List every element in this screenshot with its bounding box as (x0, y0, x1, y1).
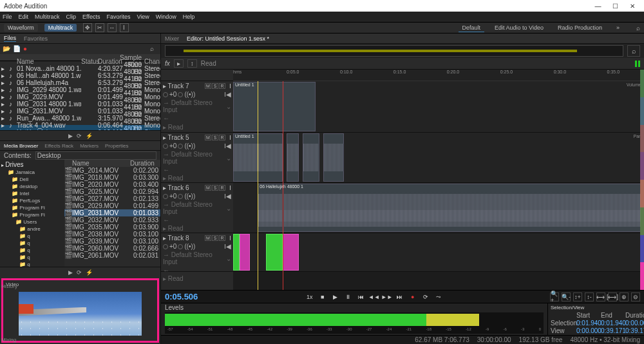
track-color-chip[interactable] (640, 125, 644, 153)
sel-value[interactable]: 0:39.171 (625, 327, 644, 334)
go-start-button[interactable]: ⏮ (357, 292, 366, 301)
mini-play-icon[interactable]: ▶ (68, 133, 73, 139)
multitrack-mode-button[interactable]: Multitrack (44, 24, 77, 32)
tree-folder[interactable]: desktop (6, 183, 63, 190)
zoom-out-time-icon[interactable]: 🔍- (562, 292, 571, 301)
rewind-button[interactable]: ◄◄ (370, 292, 379, 301)
audio-clip[interactable]: 06 Hallelujah 48000 1 (258, 184, 644, 232)
audio-clip[interactable] (287, 133, 299, 182)
pan-knob[interactable] (178, 194, 183, 199)
workspace-default[interactable]: Default (459, 24, 485, 32)
msr-button[interactable]: M (205, 135, 211, 140)
tab-media-browser[interactable]: Media Browser (4, 143, 38, 149)
tree-folder[interactable]: PerfLogs (6, 197, 63, 204)
col-duration[interactable]: Duration (98, 58, 120, 65)
track-header[interactable]: ▸ Track 6MSRⅠ+0((•))Ⅰ◀→ Default Stereo I… (161, 183, 233, 233)
mb-play-icon[interactable]: ▶ (68, 269, 73, 276)
media-browser-tree[interactable]: ▸ Drives JamaicaDelldesktopIntelPerfLogs… (0, 160, 64, 267)
track-lane[interactable]: Untitled 1Pan (233, 133, 644, 183)
media-list-row[interactable]: 🎬IMG_2035.MOV0:03.900 (64, 224, 160, 231)
msr-button[interactable]: R (219, 235, 225, 241)
mini-loop-icon[interactable]: ⟳ (77, 133, 82, 139)
zoom-out-amp-icon[interactable]: ↕- (585, 292, 594, 301)
menu-effects[interactable]: Effects (82, 14, 100, 20)
tree-folder[interactable]: Users (6, 218, 63, 225)
selection-view-label[interactable]: Selection/View (551, 305, 641, 311)
menu-file[interactable]: File (3, 14, 12, 20)
tree-folder[interactable]: q (6, 254, 63, 261)
workspace-edit-audio[interactable]: Edit Audio to Video (491, 24, 547, 32)
media-list-row[interactable]: 🎬IMG_2014.MOV0:02.200 (64, 167, 160, 174)
mb-auto-icon[interactable]: ⚡ (86, 269, 93, 276)
time-ruler[interactable]: hms0:05.00:10.00:15.00:20.00:25.00:30.00… (233, 70, 644, 81)
track-input-icon[interactable]: Ⅰ (229, 134, 231, 141)
menu-window[interactable]: Window (156, 14, 176, 20)
tree-folder[interactable]: q (6, 261, 63, 267)
menu-multitrack[interactable]: Multitrack (35, 14, 60, 20)
loop-button[interactable]: ⟳ (421, 292, 430, 301)
tab-editor[interactable]: Editor: Untitled Session 1.sesx * (187, 35, 269, 42)
msr-button[interactable]: R (219, 83, 225, 89)
col-name[interactable]: Name (17, 58, 81, 65)
maximize-button[interactable]: ☐ (607, 3, 623, 10)
playhead-marker[interactable] (283, 81, 283, 290)
mb-col-name[interactable]: Name (72, 160, 130, 167)
track-header[interactable]: ▸ Track 8MSRⅠ+0((•))Ⅰ◀→ Default Stereo I… (161, 233, 233, 272)
fx-toggle[interactable]: fx (165, 60, 170, 67)
media-list-row[interactable]: 🎬IMG_2032.MOV0:02.933 (64, 216, 160, 224)
tree-folder[interactable]: Program Fi (6, 211, 63, 218)
tab-properties[interactable]: Properties (105, 143, 128, 149)
go-end-button[interactable]: ⏭ (395, 292, 404, 301)
zoom-in-time-icon[interactable]: 🔍+ (550, 292, 559, 301)
track-color-chip[interactable] (640, 180, 644, 207)
volume-knob[interactable] (163, 92, 168, 97)
time-select-tool-icon[interactable]: Ⅰ (120, 23, 129, 32)
audio-clip[interactable] (240, 234, 250, 271)
search-icon[interactable]: ⌕ (636, 24, 640, 32)
workspace-more[interactable]: » (612, 24, 623, 32)
media-list-row[interactable]: 🎬IMG_2018.MOV0:03.300 (64, 174, 160, 181)
tree-folder[interactable]: Dell (6, 176, 63, 183)
tree-folder[interactable]: Jamaica (6, 169, 63, 176)
navigator-zoom-icon[interactable]: ⌕ (627, 45, 640, 57)
msr-button[interactable]: R (219, 135, 225, 140)
media-list-row[interactable]: 🎬IMG_2039.MOV0:03.100 (64, 238, 160, 245)
tree-folder[interactable]: q (6, 247, 63, 254)
history-panel-label[interactable]: History (1, 283, 17, 289)
media-list-row[interactable]: 🎬IMG_2031.MOV0:01.033 (64, 209, 160, 216)
tree-folder[interactable]: q (6, 233, 63, 240)
col-channels[interactable]: Channels (144, 58, 160, 65)
stop-button[interactable]: ■ (318, 292, 327, 301)
skip-selection-button[interactable]: ⤳ (434, 292, 443, 301)
track-lane[interactable]: 06 Hallelujah 48000 1 (233, 183, 644, 233)
media-list-row[interactable]: 🎬IMG_2020.MOV0:03.400 (64, 181, 160, 188)
zoom-full-icon[interactable]: ⟷ (596, 292, 605, 301)
media-list-row[interactable]: 🎬IMG_2060.MOV0:02.666 (64, 245, 160, 252)
fx-automation-mode[interactable]: Read (201, 60, 216, 67)
sel-value[interactable]: 0:00.000 (625, 320, 644, 327)
audio-clip[interactable] (303, 133, 319, 182)
mb-contents-value[interactable]: Desktop (35, 151, 156, 160)
forward-button[interactable]: ►► (383, 292, 392, 301)
track-color-chip[interactable] (640, 235, 644, 263)
mb-loop-icon[interactable]: ⟳ (77, 269, 82, 276)
tab-markers[interactable]: Markers (80, 143, 99, 149)
track-color-chip[interactable] (640, 97, 644, 125)
zoom-sel-icon[interactable]: [⟷] (608, 292, 617, 301)
sel-value[interactable]: 0:01.940 (601, 320, 624, 327)
new-file-icon[interactable]: 📄 (13, 45, 21, 53)
media-list-row[interactable]: 🎬IMG_2029.MOV0:01.499 (64, 202, 160, 209)
timeline-area[interactable]: hms0:05.00:10.00:15.00:20.00:25.00:30.00… (233, 70, 644, 290)
video-tab[interactable]: Video (3, 280, 157, 289)
sel-value[interactable]: 0:39.171 (601, 327, 624, 334)
msr-button[interactable]: M (205, 83, 211, 89)
msr-button[interactable]: R (219, 185, 225, 191)
track-input-icon[interactable]: Ⅰ (229, 184, 231, 191)
pause-button[interactable]: ⏸ (344, 292, 353, 301)
record-button[interactable]: ● (408, 292, 417, 301)
minimize-button[interactable]: — (590, 3, 605, 10)
volume-knob[interactable] (163, 194, 168, 199)
workspace-radio[interactable]: Radio Production (554, 24, 606, 32)
media-list-row[interactable]: 🎬IMG_2025.MOV0:02.994 (64, 188, 160, 195)
slip-tool-icon[interactable]: ↔ (108, 23, 117, 32)
